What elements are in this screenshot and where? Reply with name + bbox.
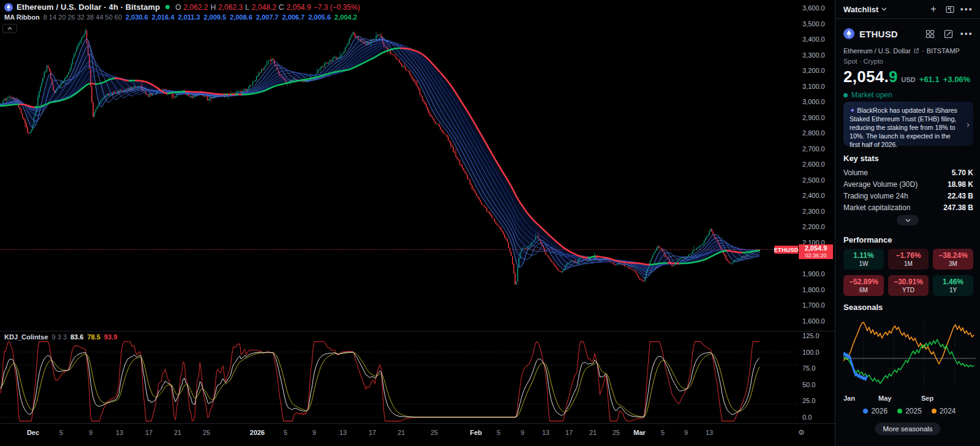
chevron-right-icon[interactable]: ›	[967, 119, 970, 129]
kdj-params: 9 3 3	[52, 333, 67, 341]
price-axis-label: 2,900.0	[802, 114, 825, 121]
key-stat-row: Market capitalization247.38 B	[843, 202, 973, 213]
kdj-k-value: 83.6	[70, 333, 83, 341]
watchlist-panel-icon[interactable]	[943, 2, 957, 16]
edit-note-icon[interactable]	[941, 27, 955, 40]
axis-settings-icon[interactable]: ⚙	[798, 428, 805, 437]
performance-tile-1m[interactable]: −1.76%1M	[888, 249, 929, 270]
seasonals-legend-2024[interactable]: 2024	[932, 407, 956, 415]
legend-dot-icon	[897, 409, 902, 414]
seasonals-legend-2026[interactable]: 2026	[863, 407, 888, 415]
time-axis-label: 5	[497, 429, 500, 436]
performance-tile-1w[interactable]: 1.11%1W	[843, 249, 884, 270]
ma-ribbon-line	[1, 42, 760, 267]
legend-dot-icon	[863, 409, 868, 414]
symbol-more-icon[interactable]: ●●●	[960, 27, 973, 40]
watchlist-more-icon[interactable]: ●●●	[960, 2, 973, 16]
seasonals-line-2026	[843, 353, 867, 380]
ma-ribbon-line	[1, 37, 760, 279]
external-link-icon[interactable]	[913, 48, 919, 54]
performance-tile-6m[interactable]: −52.89%6M	[843, 275, 884, 296]
symbol-description[interactable]: Ethereum / U.S. Dollar	[843, 47, 911, 55]
time-axis-label: Mar	[633, 429, 646, 436]
performance-value: −1.76%	[895, 251, 921, 260]
performance-grid: 1.11%1W−1.76%1M−38.24%3M−52.89%6M−30.91%…	[843, 249, 973, 296]
legend-label: 2024	[940, 407, 956, 415]
symbol-ticker[interactable]: ETHUSD	[859, 29, 898, 39]
last-price-digit: 9	[889, 67, 897, 86]
ma-ribbon-params: 8 14 20 26 32 38 44 50 60	[43, 13, 122, 21]
performance-period: 1Y	[949, 287, 957, 293]
price-axis-label: 3,200.0	[802, 67, 825, 74]
chevron-down-icon[interactable]	[881, 7, 887, 11]
tradingview-app: Ethereum / U.S. Dollar · 4h · Bitstamp O…	[0, 0, 980, 446]
legend-collapse-button[interactable]	[2, 24, 17, 33]
bar-countdown: 02:36:20	[799, 252, 833, 259]
ma-value: 2,030.6	[126, 13, 148, 21]
seasonals-chart	[843, 316, 976, 392]
open-value: 2,062.2	[184, 3, 208, 12]
price-kdj-chart[interactable]	[0, 0, 835, 424]
chart-symbol-title[interactable]: Ethereum / U.S. Dollar · 4h · Bitstamp	[17, 2, 160, 12]
price-axis-label: 1,600.0	[802, 317, 825, 325]
watchlist-title[interactable]: Watchlist	[843, 5, 878, 14]
close-label: C	[279, 3, 284, 12]
ma-value: 2,016.4	[152, 13, 175, 21]
ma-ribbon-last-value: 2,004.2	[334, 13, 357, 21]
time-axis-label: 13	[706, 429, 713, 436]
data-status-dot[interactable]	[165, 5, 170, 9]
legend-dot-icon	[932, 409, 937, 414]
time-axis-label: 9	[312, 429, 316, 436]
symbol-price-row: 2,054.9 USD +61.1 +3.06%	[843, 67, 970, 86]
kdj-d-line	[1, 352, 760, 417]
time-axis-label: 2026	[250, 429, 265, 436]
kdj-legend[interactable]: KDJ_Colintse 9 3 3 83.6 78.5 93.9	[4, 333, 117, 341]
time-axis-label: 21	[589, 429, 597, 436]
symbol-row[interactable]: ETHUSD ●●●	[843, 27, 973, 40]
key-stats-expand-button[interactable]	[897, 215, 919, 225]
performance-tile-ytd[interactable]: −30.91%YTD	[888, 275, 929, 296]
symbol-exchange[interactable]: BITSTAMP	[927, 47, 960, 55]
price-axis-label: 2,200.0	[802, 223, 825, 230]
add-symbol-button[interactable]: +	[927, 2, 940, 15]
last-price: 2,054.	[843, 67, 889, 86]
key-stat-row: Average Volume (30D)18.98 K	[843, 178, 973, 190]
price-axis-label: 2,800.0	[802, 129, 825, 137]
price-axis-label: 1,900.0	[802, 270, 825, 278]
price-axis-label: 3,000.0	[802, 98, 825, 105]
price-tag-symbol: ETHUSD	[774, 246, 798, 254]
time-axis-label: 13	[339, 429, 347, 436]
ma-ribbon-line	[1, 40, 760, 270]
time-axis-label: Dec	[27, 429, 39, 436]
seasonals-legend-2025[interactable]: 2025	[897, 407, 922, 415]
performance-value: −38.24%	[938, 251, 968, 260]
chevron-up-icon	[7, 27, 12, 30]
news-card[interactable]: ✦BlackRock has updated its iShares Stake…	[843, 102, 973, 146]
key-stat-value: 247.38 B	[943, 203, 973, 212]
performance-tile-1y[interactable]: 1.46%1Y	[933, 275, 973, 296]
key-stat-row: Trading volume 24h22.43 B	[843, 190, 973, 202]
ma-ribbon-line	[1, 43, 760, 266]
ma-ribbon-legend[interactable]: MA Ribbon 8 14 20 26 32 38 44 50 60 2,03…	[4, 13, 357, 21]
market-status: Market open	[843, 91, 892, 99]
compare-grid-icon[interactable]	[923, 27, 937, 40]
kdj-j-value: 93.9	[104, 333, 117, 341]
kdj-axis-label: 25.0	[802, 397, 815, 404]
open-label: O	[175, 3, 181, 12]
more-seasonals-button[interactable]: More seasonals	[875, 423, 940, 435]
symbol-type: Spot · Crypto	[843, 58, 883, 65]
chart-pane[interactable]: Ethereum / U.S. Dollar · 4h · Bitstamp O…	[0, 0, 835, 446]
price-axis-label: 3,100.0	[802, 83, 825, 90]
key-stat-label: Average Volume (30D)	[843, 180, 918, 189]
ohlc-values: O2,062.2 H2,062.3 L2,048.2 C2,054.9 −7.3…	[175, 3, 360, 12]
ma-value: 2,011.3	[178, 13, 200, 21]
kdj-axis-label: 0.0	[802, 414, 812, 421]
time-axis-label: 5	[661, 429, 665, 436]
price-axis-label: 1,800.0	[802, 286, 825, 293]
ma-value: 2,007.7	[256, 13, 279, 21]
kdj-axis-label: 100.0	[802, 349, 820, 356]
price-axis-label: 3,600.0	[802, 4, 825, 12]
candle-bodies-down	[1, 31, 760, 285]
time-axis-label: 25	[612, 429, 620, 436]
performance-tile-3m[interactable]: −38.24%3M	[933, 249, 973, 270]
